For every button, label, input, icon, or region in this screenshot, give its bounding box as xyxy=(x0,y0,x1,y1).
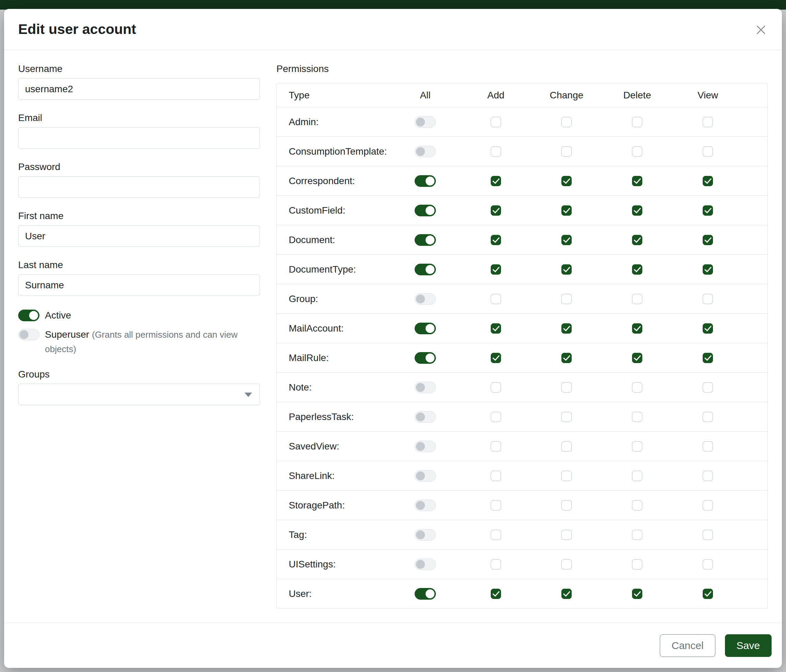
permission-add-checkbox[interactable] xyxy=(491,206,501,216)
permission-add-checkbox[interactable] xyxy=(491,235,501,245)
permission-delete-checkbox[interactable] xyxy=(632,235,642,245)
permission-all-toggle[interactable] xyxy=(415,529,436,541)
permission-view-checkbox[interactable] xyxy=(703,530,713,540)
permission-change-checkbox[interactable] xyxy=(561,294,572,304)
permission-change-checkbox[interactable] xyxy=(561,353,572,363)
permission-change-checkbox[interactable] xyxy=(561,176,572,186)
permission-add-checkbox[interactable] xyxy=(491,146,501,157)
permission-delete-checkbox[interactable] xyxy=(632,353,642,363)
permission-add-checkbox[interactable] xyxy=(491,176,501,186)
permission-all-toggle[interactable] xyxy=(415,499,436,511)
permission-row: ConsumptionTemplate: xyxy=(277,137,767,166)
permission-change-checkbox[interactable] xyxy=(561,146,572,157)
permission-delete-checkbox[interactable] xyxy=(632,500,642,510)
permission-delete-checkbox[interactable] xyxy=(632,441,642,452)
permission-delete-checkbox[interactable] xyxy=(632,264,642,275)
permission-delete-checkbox[interactable] xyxy=(632,294,642,304)
permission-all-toggle[interactable] xyxy=(415,293,436,305)
permission-view-checkbox[interactable] xyxy=(703,559,713,570)
password-input[interactable] xyxy=(18,176,260,198)
permission-delete-checkbox[interactable] xyxy=(632,176,642,186)
permission-delete-checkbox[interactable] xyxy=(632,530,642,540)
permission-add-checkbox[interactable] xyxy=(491,412,501,422)
permission-delete-checkbox[interactable] xyxy=(632,117,642,127)
permission-delete-checkbox[interactable] xyxy=(632,589,642,599)
permission-delete-checkbox[interactable] xyxy=(632,412,642,422)
last-name-input[interactable] xyxy=(18,274,260,296)
permission-add-checkbox[interactable] xyxy=(491,264,501,275)
permission-add-checkbox[interactable] xyxy=(491,441,501,452)
permission-view-checkbox[interactable] xyxy=(703,382,713,393)
permission-add-checkbox[interactable] xyxy=(491,382,501,393)
permission-all-toggle[interactable] xyxy=(415,116,436,128)
permission-type-label: MailAccount: xyxy=(277,323,390,334)
permission-view-checkbox[interactable] xyxy=(703,176,713,186)
permission-change-checkbox[interactable] xyxy=(561,441,572,452)
permission-all-toggle[interactable] xyxy=(415,323,436,334)
permission-change-checkbox[interactable] xyxy=(561,206,572,216)
permission-view-checkbox[interactable] xyxy=(703,146,713,157)
permission-view-checkbox[interactable] xyxy=(703,206,713,216)
permission-delete-checkbox[interactable] xyxy=(632,471,642,481)
permission-all-toggle[interactable] xyxy=(415,441,436,452)
permission-delete-checkbox[interactable] xyxy=(632,206,642,216)
close-button[interactable] xyxy=(753,22,769,38)
permission-change-checkbox[interactable] xyxy=(561,264,572,275)
permission-view-checkbox[interactable] xyxy=(703,500,713,510)
permission-delete-checkbox[interactable] xyxy=(632,323,642,334)
permissions-panel: Permissions Type All Add Change Delete V… xyxy=(277,63,768,623)
permission-change-checkbox[interactable] xyxy=(561,235,572,245)
superuser-toggle[interactable] xyxy=(18,329,39,341)
permission-change-checkbox[interactable] xyxy=(561,117,572,127)
permission-change-checkbox[interactable] xyxy=(561,412,572,422)
permission-view-checkbox[interactable] xyxy=(703,412,713,422)
permission-add-checkbox[interactable] xyxy=(491,500,501,510)
permission-change-checkbox[interactable] xyxy=(561,500,572,510)
permission-change-checkbox[interactable] xyxy=(561,559,572,570)
permission-view-checkbox[interactable] xyxy=(703,589,713,599)
permission-all-toggle[interactable] xyxy=(415,382,436,393)
username-input[interactable] xyxy=(18,78,260,100)
permission-all-toggle[interactable] xyxy=(415,234,436,246)
save-button[interactable]: Save xyxy=(725,634,772,657)
permission-all-toggle[interactable] xyxy=(415,205,436,216)
permission-change-checkbox[interactable] xyxy=(561,471,572,481)
permission-add-checkbox[interactable] xyxy=(491,117,501,127)
permission-view-checkbox[interactable] xyxy=(703,264,713,275)
permission-type-label: SavedView: xyxy=(277,441,390,452)
permission-add-checkbox[interactable] xyxy=(491,530,501,540)
permission-view-checkbox[interactable] xyxy=(703,441,713,452)
permission-all-toggle[interactable] xyxy=(415,559,436,570)
cancel-button[interactable]: Cancel xyxy=(660,634,715,657)
permission-delete-checkbox[interactable] xyxy=(632,559,642,570)
permission-delete-checkbox[interactable] xyxy=(632,146,642,157)
permission-all-toggle[interactable] xyxy=(415,411,436,423)
permission-all-toggle[interactable] xyxy=(415,264,436,275)
permission-change-checkbox[interactable] xyxy=(561,589,572,599)
permission-add-checkbox[interactable] xyxy=(491,353,501,363)
permission-view-checkbox[interactable] xyxy=(703,235,713,245)
groups-select[interactable] xyxy=(18,384,260,405)
permission-change-checkbox[interactable] xyxy=(561,382,572,393)
permission-add-checkbox[interactable] xyxy=(491,323,501,334)
permission-view-checkbox[interactable] xyxy=(703,323,713,334)
permission-change-checkbox[interactable] xyxy=(561,323,572,334)
permission-view-checkbox[interactable] xyxy=(703,471,713,481)
permission-all-toggle[interactable] xyxy=(415,588,436,600)
first-name-input[interactable] xyxy=(18,225,260,247)
permission-all-toggle[interactable] xyxy=(415,175,436,187)
permission-add-checkbox[interactable] xyxy=(491,294,501,304)
permission-add-checkbox[interactable] xyxy=(491,589,501,599)
permission-view-checkbox[interactable] xyxy=(703,294,713,304)
permission-change-checkbox[interactable] xyxy=(561,530,572,540)
permission-all-toggle[interactable] xyxy=(415,146,436,157)
active-toggle[interactable] xyxy=(18,309,39,321)
permission-all-toggle[interactable] xyxy=(415,352,436,364)
permission-delete-checkbox[interactable] xyxy=(632,382,642,393)
email-input[interactable] xyxy=(18,127,260,149)
permission-view-checkbox[interactable] xyxy=(703,353,713,363)
permission-all-toggle[interactable] xyxy=(415,470,436,482)
permission-view-checkbox[interactable] xyxy=(703,117,713,127)
permission-add-checkbox[interactable] xyxy=(491,471,501,481)
permission-add-checkbox[interactable] xyxy=(491,559,501,570)
